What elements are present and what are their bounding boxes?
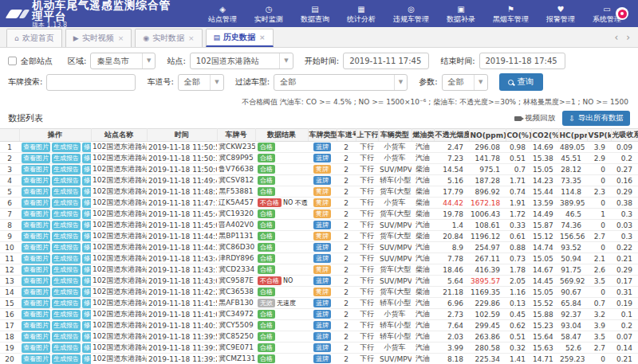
op-button-修改车牌[interactable]: 修改车牌 (82, 187, 91, 197)
op-button-生成报告[interactable]: 生成报告 (52, 154, 81, 163)
cell-ptype: 黄牌 (308, 287, 337, 298)
start-time-input[interactable] (343, 53, 429, 69)
op-button-修改车牌[interactable]: 修改车牌 (82, 343, 91, 353)
op-button-生成报告[interactable]: 生成报告 (52, 198, 81, 208)
op-button-生成报告[interactable]: 生成报告 (52, 143, 81, 152)
nav-item-数据查询[interactable]: ▤数据查询 (292, 5, 338, 23)
op-button-修改车牌[interactable]: 修改车牌 (82, 299, 91, 308)
op-button-查看图片[interactable]: 查看图片 (22, 265, 50, 275)
op-button-查看图片[interactable]: 查看图片 (22, 221, 50, 230)
tab-实时数据[interactable]: ◉实时数据× (135, 29, 202, 47)
tab-实时视频[interactable]: ▶实时视频× (65, 29, 132, 47)
op-button-生成报告[interactable]: 生成报告 (52, 165, 81, 174)
op-button-生成报告[interactable]: 生成报告 (52, 288, 81, 297)
op-button-查看图片[interactable]: 查看图片 (22, 343, 50, 353)
param-select[interactable]: 全部▼ (442, 74, 488, 91)
op-button-查看图片[interactable]: 查看图片 (22, 276, 50, 286)
station-select[interactable]: 102国道东港路站▼ (190, 53, 293, 69)
op-button-生成报告[interactable]: 生成报告 (52, 310, 81, 319)
cell-smoke: 6.96 (434, 298, 469, 309)
op-button-生成报告[interactable]: 生成报告 (52, 221, 81, 230)
op-button-查看图片[interactable]: 查看图片 (22, 254, 50, 264)
region-select[interactable]: 秦皇岛市▼ (90, 53, 156, 69)
tab-scroll-right-icon[interactable]: › (626, 33, 630, 42)
nav-item-实时监测[interactable]: ◷实时监测 (246, 5, 292, 23)
cell-time: 2019-11-18 11:49:42 (147, 175, 217, 186)
video-playback-button[interactable]: 视频回放 (514, 113, 555, 123)
op-button-查看图片[interactable]: 查看图片 (22, 176, 50, 186)
tab-历史数据[interactable]: ▤历史数据× (206, 29, 274, 47)
op-button-生成报告[interactable]: 生成报告 (52, 299, 81, 308)
op-button-查看图片[interactable]: 查看图片 (22, 143, 50, 152)
op-button-生成报告[interactable]: 生成报告 (52, 209, 81, 219)
op-button-修改车牌[interactable]: 修改车牌 (82, 154, 91, 163)
op-button-查看图片[interactable]: 查看图片 (22, 154, 50, 163)
vehicle-type-select[interactable]: 全部▼ (274, 74, 408, 91)
nav-item-报警管理[interactable]: ♥报警管理 (538, 5, 584, 23)
op-button-查看图片[interactable]: 查看图片 (22, 310, 50, 319)
op-button-修改车牌[interactable]: 修改车牌 (82, 265, 91, 275)
op-button-查看图片[interactable]: 查看图片 (22, 187, 50, 197)
op-button-修改车牌[interactable]: 修改车牌 (82, 332, 91, 342)
op-button-修改车牌[interactable]: 修改车牌 (82, 321, 91, 331)
location-pin-icon[interactable] (616, 7, 628, 20)
op-button-修改车牌[interactable]: 修改车牌 (82, 254, 91, 264)
op-button-查看图片[interactable]: 查看图片 (22, 299, 50, 308)
cell-op: 查看图片生成报告修改车牌 (19, 276, 91, 287)
tab-欢迎首页[interactable]: ⌂欢迎首页 (6, 29, 62, 47)
op-button-生成报告[interactable]: 生成报告 (52, 265, 81, 275)
op-button-生成报告[interactable]: 生成报告 (52, 232, 81, 241)
nav-item-违规车管理[interactable]: ◎违规车管理 (384, 5, 438, 23)
op-button-查看图片[interactable]: 查看图片 (22, 243, 50, 252)
op-button-生成报告[interactable]: 生成报告 (52, 243, 81, 252)
close-icon[interactable]: × (259, 33, 266, 41)
export-all-button[interactable]: ⇩ 导出所有数据 (562, 111, 630, 126)
end-time-input[interactable] (479, 53, 565, 69)
op-button-生成报告[interactable]: 生成报告 (52, 332, 81, 342)
op-button-修改车牌[interactable]: 修改车牌 (82, 165, 91, 174)
all-sites-checkbox[interactable] (8, 57, 17, 65)
op-button-修改车牌[interactable]: 修改车牌 (82, 232, 91, 241)
plate-search-input[interactable] (46, 74, 136, 91)
cell-no: 296.08 (469, 142, 506, 153)
op-button-修改车牌[interactable]: 修改车牌 (82, 310, 91, 319)
op-button-修改车牌[interactable]: 修改车牌 (82, 243, 91, 252)
tab-scroll-left-icon[interactable]: ‹ (614, 33, 618, 42)
op-button-修改车牌[interactable]: 修改车牌 (82, 209, 91, 219)
op-button-修改车牌[interactable]: 修改车牌 (82, 354, 91, 364)
nav-item-统计分析[interactable]: ▦统计分析 (338, 5, 384, 23)
op-button-查看图片[interactable]: 查看图片 (22, 332, 50, 342)
op-button-查看图片[interactable]: 查看图片 (22, 232, 50, 241)
op-button-查看图片[interactable]: 查看图片 (22, 165, 50, 174)
nav-item-黑烟车管理[interactable]: ⚑黑烟车管理 (484, 5, 538, 23)
op-button-生成报告[interactable]: 生成报告 (52, 321, 81, 331)
lane-select[interactable]: 全部▼ (178, 74, 224, 91)
op-button-修改车牌[interactable]: 修改车牌 (82, 143, 91, 152)
op-button-生成报告[interactable]: 生成报告 (52, 343, 81, 353)
op-button-生成报告[interactable]: 生成报告 (52, 187, 81, 197)
op-button-生成报告[interactable]: 生成报告 (52, 276, 81, 286)
cell-smoke: 8.9 (434, 242, 469, 253)
nav-item-数据补录[interactable]: ▣数据补录 (438, 5, 484, 23)
cell-vtype: 小货车 (378, 309, 412, 320)
search-button[interactable]: 查询 (499, 73, 543, 91)
nav-item-站点管理[interactable]: ◈站点管理 (199, 5, 246, 23)
column-header: 车牌类型 (308, 129, 337, 142)
op-button-修改车牌[interactable]: 修改车牌 (82, 288, 91, 297)
op-button-查看图片[interactable]: 查看图片 (22, 354, 50, 364)
close-icon[interactable]: × (188, 34, 195, 42)
close-icon[interactable]: × (118, 34, 124, 42)
op-button-生成报告[interactable]: 生成报告 (52, 176, 81, 186)
op-button-修改车牌[interactable]: 修改车牌 (82, 276, 91, 286)
cell-hc: 28.12 (558, 164, 587, 175)
op-button-查看图片[interactable]: 查看图片 (22, 321, 50, 331)
op-button-生成报告[interactable]: 生成报告 (52, 254, 81, 264)
cell-result: 合格 (255, 153, 308, 164)
op-button-修改车牌[interactable]: 修改车牌 (82, 176, 91, 186)
op-button-查看图片[interactable]: 查看图片 (22, 209, 50, 219)
op-button-修改车牌[interactable]: 修改车牌 (82, 221, 91, 230)
op-button-修改车牌[interactable]: 修改车牌 (82, 198, 91, 208)
op-button-生成报告[interactable]: 生成报告 (52, 354, 81, 364)
op-button-查看图片[interactable]: 查看图片 (22, 198, 50, 208)
op-button-查看图片[interactable]: 查看图片 (22, 288, 50, 297)
